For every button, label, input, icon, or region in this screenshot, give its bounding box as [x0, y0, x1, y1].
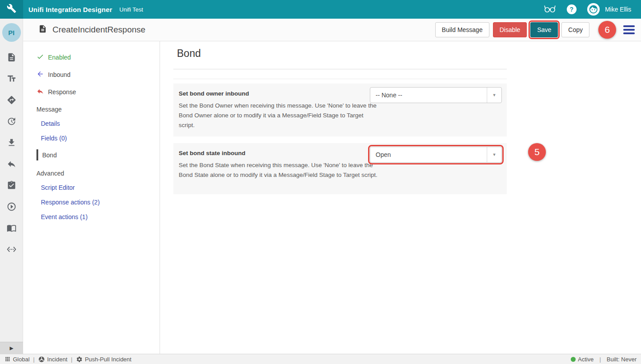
setting-bond-owner: Set bond owner inbound Set the Bond Owne…	[173, 84, 507, 136]
annotation-badge-6: 6	[598, 21, 616, 39]
active-status-label: Active	[578, 356, 593, 363]
icon-rail: PI	[0, 19, 23, 354]
active-status-icon	[571, 357, 576, 362]
nav-item-label: Response	[48, 88, 76, 96]
check-icon	[36, 53, 44, 62]
record-header: CreateIncidentResponse Build Message Dis…	[23, 19, 641, 41]
setting-label: Set bond owner inbound	[179, 90, 365, 97]
selected-value: Open	[370, 151, 487, 158]
setting-bond-state: Set bond state inbound Set the Bond Stat…	[173, 143, 507, 194]
built-status-label: Built: Never	[607, 356, 637, 363]
glasses-icon[interactable]	[544, 4, 556, 15]
status-item-label: Push-Pull Incident	[85, 356, 132, 363]
nav-item-fields[interactable]: Fields (0)	[41, 135, 160, 142]
reply-icon	[36, 88, 44, 96]
reply-icon[interactable]	[7, 159, 16, 169]
separator: |	[71, 356, 72, 363]
nav-section-advanced: Advanced	[36, 170, 160, 177]
book-icon[interactable]	[7, 223, 16, 233]
code-icon[interactable]	[7, 244, 16, 254]
divider	[173, 79, 507, 79]
nav-item-label: Enabled	[48, 54, 71, 61]
document-icon[interactable]	[7, 52, 16, 62]
scope-global[interactable]: Global	[4, 356, 30, 363]
nav-item-response[interactable]: Response	[36, 88, 160, 96]
task-check-icon[interactable]	[7, 180, 16, 190]
nav-item-bond[interactable]: Bond	[36, 149, 160, 160]
process-icon	[38, 356, 45, 363]
page-title: CreateIncidentResponse	[52, 25, 145, 35]
app-title: Unifi Integration Designer	[28, 6, 112, 13]
status-item-label: Incident	[47, 356, 68, 363]
build-message-button[interactable]: Build Message	[435, 22, 489, 37]
help-icon[interactable]: ?	[567, 4, 577, 14]
separator: |	[599, 356, 601, 363]
status-bar: Global | Incident | Push-Pull Incident A…	[0, 354, 641, 364]
app-logo	[0, 0, 23, 19]
gear-icon	[76, 356, 83, 363]
scope-incident[interactable]: Incident	[38, 356, 68, 363]
nav-item-details[interactable]: Details	[41, 120, 160, 127]
save-button[interactable]: Save	[530, 22, 558, 37]
nav-item-label: Bond	[42, 152, 57, 159]
user-avatar[interactable]	[587, 3, 600, 16]
grid-icon	[4, 356, 11, 362]
chevron-down-icon[interactable]: ▼	[487, 147, 501, 162]
wrench-icon	[7, 4, 16, 15]
selected-value: -- None --	[370, 92, 487, 99]
separator: |	[33, 356, 35, 363]
divider	[173, 69, 507, 69]
section-heading: Bond	[173, 48, 507, 60]
nav-item-inbound[interactable]: Inbound	[36, 70, 160, 79]
setting-description: Set the Bond Owner when receiving this m…	[179, 101, 380, 130]
nav-item-script-editor[interactable]: Script Editor	[41, 184, 160, 191]
setting-description: Set the Bond State when receiving this m…	[179, 160, 380, 180]
scope-process[interactable]: Push-Pull Incident	[76, 356, 132, 363]
user-name[interactable]: Mike Ellis	[605, 6, 631, 13]
annotation-badge-5: 5	[528, 143, 546, 161]
setting-label: Set bond state inbound	[179, 150, 365, 156]
arrow-left-icon	[36, 70, 44, 79]
nav-item-event-actions[interactable]: Event actions (1)	[41, 213, 160, 220]
chevron-down-icon[interactable]: ▼	[487, 88, 501, 103]
sidebar-collapse-button[interactable]: ▶	[0, 342, 23, 354]
main-content: Bond Set bond owner inbound Set the Bond…	[160, 41, 641, 354]
nav-item-enabled[interactable]: Enabled	[36, 53, 160, 62]
integration-avatar[interactable]: PI	[2, 23, 21, 42]
nav-section-message: Message	[36, 106, 160, 113]
bond-state-select[interactable]: Open ▼	[370, 147, 502, 163]
app-subtitle: Unifi Test	[120, 6, 143, 13]
play-circle-icon[interactable]	[7, 202, 16, 212]
download-icon[interactable]	[7, 138, 16, 148]
document-icon	[38, 24, 47, 35]
directions-icon[interactable]	[7, 95, 16, 105]
text-fields-icon[interactable]	[7, 74, 16, 84]
copy-button[interactable]: Copy	[561, 22, 589, 37]
bond-owner-select[interactable]: -- None -- ▼	[370, 87, 502, 103]
top-app-bar: Unifi Integration Designer Unifi Test ? …	[0, 0, 641, 19]
nav-item-response-actions[interactable]: Response actions (2)	[41, 199, 160, 206]
selected-indicator	[36, 149, 38, 160]
update-icon[interactable]	[7, 116, 16, 126]
message-nav-panel: Enabled Inbound Response Message Details…	[23, 41, 160, 354]
status-item-label: Global	[13, 356, 30, 363]
nav-item-label: Inbound	[48, 71, 71, 78]
disable-button[interactable]: Disable	[493, 22, 527, 37]
menu-icon[interactable]	[623, 25, 635, 34]
